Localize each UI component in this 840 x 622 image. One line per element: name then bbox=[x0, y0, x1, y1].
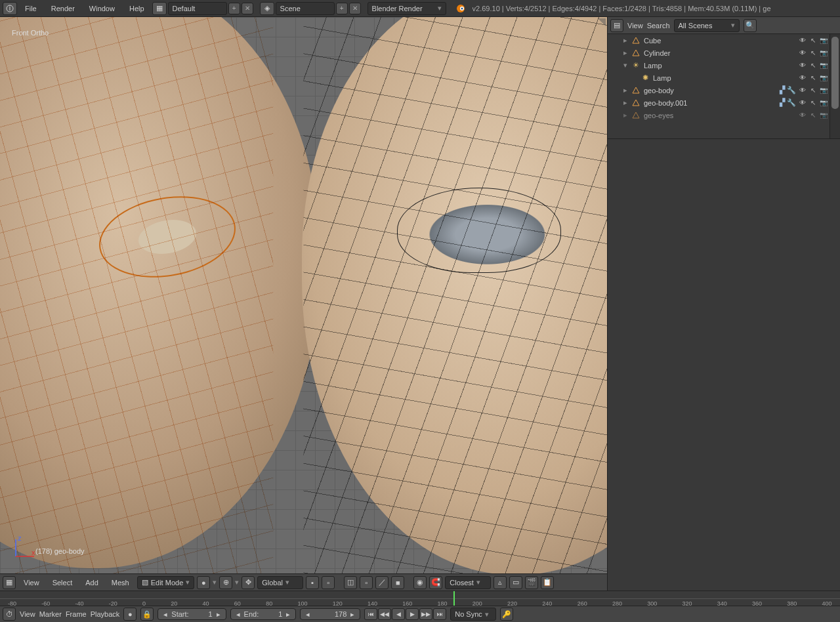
jump-start-button[interactable]: ⏮ bbox=[364, 608, 377, 620]
renderable-icon[interactable]: 📷 bbox=[819, 36, 828, 45]
renderable-icon[interactable]: 📷 bbox=[819, 111, 828, 120]
visibility-icon[interactable]: 👁 bbox=[798, 36, 807, 45]
outliner-menu-search[interactable]: Search bbox=[647, 22, 670, 30]
disclosure-icon[interactable]: ▸ bbox=[621, 98, 629, 107]
lamp-icon: ☀ bbox=[631, 61, 640, 70]
outliner-row[interactable]: ▸geo-body▞ 🔧 👁 ↖ 📷 bbox=[608, 84, 830, 96]
timeline-canvas[interactable]: -80-60-40-200204060801001201401601802002… bbox=[0, 591, 840, 606]
play-reverse-button[interactable]: ◀ bbox=[392, 608, 405, 620]
render-anim-icon[interactable]: 🎬 bbox=[525, 576, 538, 589]
tl-menu-playback[interactable]: Playback bbox=[91, 610, 120, 618]
scene-browse-icon[interactable]: ◈ bbox=[260, 2, 274, 15]
layout-browse-icon[interactable]: ▦ bbox=[152, 2, 167, 15]
visibility-icon[interactable]: 👁 bbox=[798, 111, 807, 120]
menu-window[interactable]: Window bbox=[83, 0, 121, 17]
selectable-icon[interactable]: ↖ bbox=[808, 111, 818, 120]
keyframe-prev-button[interactable]: ◀◀ bbox=[378, 608, 391, 620]
render-engine-dropdown[interactable]: Blender Render▾ bbox=[368, 2, 446, 15]
layers-2[interactable]: ▫ bbox=[322, 576, 335, 589]
prop-edit-icon[interactable]: ◉ bbox=[413, 576, 427, 589]
tl-menu-frame[interactable]: Frame bbox=[66, 610, 87, 618]
disclosure-icon[interactable]: ▾ bbox=[621, 61, 629, 70]
info-editor-icon[interactable]: i bbox=[3, 2, 17, 15]
renderable-icon[interactable]: 📷 bbox=[819, 49, 828, 58]
tl-keying-icon[interactable]: 🔑 bbox=[500, 608, 513, 621]
outliner-row[interactable]: ▾☀Lamp 👁 ↖ 📷 bbox=[608, 59, 830, 72]
visibility-icon[interactable]: 👁 bbox=[798, 61, 807, 70]
outliner-row[interactable]: ✺Lamp 👁 ↖ 📷 bbox=[608, 72, 830, 84]
screen-layout-dropdown[interactable]: Default bbox=[168, 2, 227, 15]
layout-add-button[interactable]: + bbox=[228, 3, 240, 14]
snap-target-dropdown[interactable]: Closest▾ bbox=[445, 576, 491, 589]
tl-start-field[interactable]: ◂Start:1▸ bbox=[158, 608, 226, 620]
disclosure-icon[interactable]: ▸ bbox=[621, 36, 629, 45]
tl-menu-view[interactable]: View bbox=[20, 610, 35, 618]
sel-vertex-icon[interactable]: ▫ bbox=[360, 576, 373, 589]
mode-dropdown[interactable]: ▧Edit Mode▾ bbox=[137, 576, 195, 589]
shading-dropdown[interactable]: ● bbox=[197, 576, 210, 589]
selectable-icon[interactable]: ↖ bbox=[808, 73, 818, 83]
limit-selection-icon[interactable]: ◫ bbox=[344, 576, 357, 589]
tl-current-field[interactable]: ◂178▸ bbox=[300, 608, 360, 620]
outliner-menu-view[interactable]: View bbox=[627, 22, 643, 30]
tl-end-field[interactable]: ◂End:1▸ bbox=[230, 608, 297, 620]
3dview-menu-add[interactable]: Add bbox=[80, 579, 104, 587]
keyframe-next-button[interactable]: ▶▶ bbox=[419, 608, 432, 620]
3d-viewport[interactable]: Front Ortho (178) geo-body zx bbox=[0, 17, 607, 573]
tl-autokey-icon[interactable]: ● bbox=[123, 608, 136, 621]
sel-face-icon[interactable]: ■ bbox=[391, 576, 404, 589]
disclosure-icon[interactable]: ▸ bbox=[621, 49, 629, 57]
3dview-menu-mesh[interactable]: Mesh bbox=[106, 579, 135, 587]
outliner-editor-icon[interactable]: ▤ bbox=[610, 19, 623, 32]
renderable-icon[interactable]: 📷 bbox=[819, 98, 828, 108]
layers-1[interactable]: ▪ bbox=[306, 576, 319, 589]
outliner-row[interactable]: ▸geo-eyes 👁 ↖ 📷 bbox=[608, 109, 830, 121]
sel-edge-icon[interactable]: ／ bbox=[375, 576, 388, 589]
snap-element-icon[interactable]: ▵ bbox=[494, 576, 507, 589]
timeline-editor-icon[interactable]: ⏱ bbox=[3, 608, 16, 621]
outliner-row[interactable]: ▸Cube 👁 ↖ 📷 bbox=[608, 34, 830, 47]
scene-add-button[interactable]: + bbox=[336, 3, 348, 14]
selectable-icon[interactable]: ↖ bbox=[808, 98, 818, 108]
outliner-row[interactable]: ▸Cylinder 👁 ↖ 📷 bbox=[608, 47, 830, 59]
area-split-corner[interactable] bbox=[597, 18, 606, 28]
menu-file[interactable]: File bbox=[18, 0, 43, 17]
menu-render[interactable]: Render bbox=[45, 0, 81, 17]
disclosure-icon[interactable]: ▸ bbox=[621, 86, 629, 94]
scene-delete-button[interactable]: ✕ bbox=[349, 3, 361, 14]
disclosure-icon[interactable]: ▸ bbox=[621, 111, 629, 119]
copy-paste-icon[interactable]: 📋 bbox=[541, 576, 554, 589]
render-preview-icon[interactable]: ▭ bbox=[509, 576, 522, 589]
renderable-icon[interactable]: 📷 bbox=[819, 73, 828, 83]
tl-menu-marker[interactable]: Marker bbox=[39, 610, 62, 618]
3dview-menu-select[interactable]: Select bbox=[47, 579, 78, 587]
outliner-scrollbar[interactable] bbox=[830, 34, 840, 138]
3dview-menu-view[interactable]: View bbox=[18, 579, 45, 587]
selectable-icon[interactable]: ↖ bbox=[808, 86, 818, 95]
jump-end-button[interactable]: ⏭ bbox=[433, 608, 446, 620]
visibility-icon[interactable]: 👁 bbox=[798, 98, 807, 108]
sync-dropdown[interactable]: No Sync▾ bbox=[450, 608, 496, 621]
tl-lock-icon[interactable]: 🔒 bbox=[140, 608, 154, 621]
timeline-tick: 20 bbox=[171, 600, 177, 607]
snap-toggle-icon[interactable]: 🧲 bbox=[429, 576, 442, 589]
visibility-icon[interactable]: 👁 bbox=[798, 49, 807, 58]
selectable-icon[interactable]: ↖ bbox=[808, 49, 818, 58]
outliner-filter-dropdown[interactable]: All Scenes▾ bbox=[674, 19, 740, 32]
pivot-dropdown[interactable]: ⊕ bbox=[219, 576, 232, 589]
selectable-icon[interactable]: ↖ bbox=[808, 61, 818, 70]
visibility-icon[interactable]: 👁 bbox=[798, 73, 807, 83]
outliner-search-icon[interactable]: 🔍 bbox=[744, 19, 757, 32]
renderable-icon[interactable]: 📷 bbox=[819, 86, 828, 95]
3dview-editor-icon[interactable]: ▦ bbox=[3, 576, 16, 589]
renderable-icon[interactable]: 📷 bbox=[819, 61, 828, 70]
layout-delete-button[interactable]: ✕ bbox=[242, 3, 253, 14]
orientation-dropdown[interactable]: Global▾ bbox=[257, 576, 303, 589]
visibility-icon[interactable]: 👁 bbox=[798, 86, 807, 95]
scene-dropdown[interactable]: Scene bbox=[276, 2, 335, 15]
play-button[interactable]: ▶ bbox=[406, 608, 419, 620]
manipulator-icon[interactable]: ✥ bbox=[242, 576, 255, 589]
menu-help[interactable]: Help bbox=[123, 0, 151, 17]
outliner-row[interactable]: ▸geo-body.001▞ 🔧 👁 ↖ 📷 bbox=[608, 96, 830, 109]
selectable-icon[interactable]: ↖ bbox=[808, 36, 818, 45]
